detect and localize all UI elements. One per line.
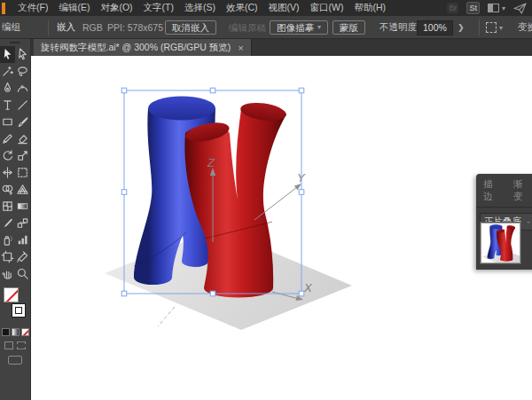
handle-bottom-left[interactable] xyxy=(121,291,127,296)
line-segment-tool[interactable] xyxy=(15,97,30,114)
eyedropper-tool[interactable] xyxy=(0,215,15,231)
perspective-grid-tool[interactable] xyxy=(15,181,30,198)
share-icon[interactable] xyxy=(513,3,527,14)
direct-selection-tool[interactable] xyxy=(15,46,30,63)
fill-none-swatch[interactable] xyxy=(4,287,19,302)
selection-type-label: 编组 xyxy=(2,16,20,39)
handle-mid-left[interactable] xyxy=(121,190,127,195)
x-axis-label: X xyxy=(303,281,313,294)
document-tab-title: 旋转阀数字模型.ai* @ 300% (RGB/GPU 预览) xyxy=(41,42,231,54)
illustrator-window: 文件(F) 编辑(E) 对象(O) 文字(T) 选择(S) 效果(C) 视图(V… xyxy=(0,0,532,400)
menu-view[interactable]: 视图(V) xyxy=(263,2,305,14)
canvas-svg: Z Y X xyxy=(31,56,532,400)
menu-edit[interactable]: 编辑(E) xyxy=(53,2,95,14)
separator xyxy=(48,20,49,35)
transparency-panel: 描边 渐变 正片叠底 xyxy=(476,174,532,270)
image-trace-button[interactable]: 图像描摹▾ xyxy=(270,20,328,35)
stroke-swatch[interactable] xyxy=(12,303,26,318)
neg-axis-dashed xyxy=(158,307,175,326)
menu-file[interactable]: 文件(F) xyxy=(12,2,53,14)
blend-tool[interactable] xyxy=(15,215,30,231)
paintbrush-tool[interactable] xyxy=(15,114,30,130)
type-tool[interactable] xyxy=(0,97,15,114)
chevron-down-icon xyxy=(527,220,530,224)
toolbar-grip[interactable] xyxy=(0,39,30,46)
hand-tool[interactable] xyxy=(0,265,15,282)
fill-stroke-indicator xyxy=(0,286,31,325)
menu-help[interactable]: 帮助(H) xyxy=(349,2,392,14)
chevron-down-icon[interactable]: ▾ xyxy=(499,24,503,32)
handle-bottom-right[interactable] xyxy=(299,291,304,296)
document-tab[interactable]: 旋转阀数字模型.ai* @ 300% (RGB/GPU 预览) × xyxy=(34,39,252,56)
opacity-label: 不透明度: xyxy=(379,16,419,39)
gradient-mode-button[interactable] xyxy=(12,328,20,336)
screen-mode-button[interactable] xyxy=(8,356,22,365)
tools-panel xyxy=(0,39,31,400)
document-canvas[interactable]: Z Y X xyxy=(31,56,532,400)
ppi-label: PPI: 578x675 xyxy=(107,16,163,39)
symbol-sprayer-tool[interactable] xyxy=(0,231,15,248)
magic-wand-tool[interactable] xyxy=(0,63,15,80)
column-graph-tool[interactable] xyxy=(15,231,30,248)
scale-tool[interactable] xyxy=(15,147,30,164)
slice-tool[interactable] xyxy=(15,248,30,265)
stock-icon[interactable]: St xyxy=(466,2,480,14)
menu-object[interactable]: 对象(O) xyxy=(95,2,137,14)
embedded-image-artwork[interactable] xyxy=(105,97,352,331)
rectangle-tool[interactable] xyxy=(0,114,15,130)
tab-gradient[interactable]: 渐变 xyxy=(513,178,531,203)
selection-tool[interactable] xyxy=(0,46,15,63)
transform-label[interactable]: 变换 xyxy=(518,16,532,39)
tab-strip: 旋转阀数字模型.ai* @ 300% (RGB/GPU 预览) × xyxy=(31,39,532,56)
draw-normal-icon[interactable] xyxy=(4,341,13,349)
lasso-tool[interactable] xyxy=(15,63,30,80)
mesh-tool[interactable] xyxy=(0,198,15,215)
color-mode-button[interactable] xyxy=(2,328,10,336)
color-mode-label: RGB xyxy=(82,16,103,39)
tab-stroke[interactable]: 描边 xyxy=(483,178,501,203)
zoom-tool[interactable] xyxy=(15,265,30,282)
z-axis-label: Z xyxy=(207,156,215,169)
menu-bar: 文件(F) 编辑(E) 对象(O) 文字(T) 选择(S) 效果(C) 视图(V… xyxy=(0,0,532,16)
menu-window[interactable]: 窗口(W) xyxy=(305,2,349,14)
rotate-tool[interactable] xyxy=(0,147,15,164)
embed-status-label: 嵌入 xyxy=(57,16,75,39)
align-options-icon[interactable] xyxy=(486,22,497,33)
control-bar: 编组 嵌入 RGB PPI: 578x675 取消嵌入 编辑原稿 图像描摹▾ 蒙… xyxy=(0,16,532,39)
handle-top-right[interactable] xyxy=(299,88,304,93)
app-logo-icon xyxy=(2,3,5,14)
menu-effect[interactable]: 效果(C) xyxy=(221,2,263,14)
close-tab-icon[interactable]: × xyxy=(238,43,243,53)
handle-top-left[interactable] xyxy=(121,88,127,93)
mask-button[interactable]: 蒙版 xyxy=(332,20,365,35)
free-transform-tool[interactable] xyxy=(15,164,30,181)
unembed-button[interactable]: 取消嵌入 xyxy=(165,20,216,35)
chevron-down-icon: ▾ xyxy=(502,4,505,12)
pencil-tool[interactable] xyxy=(0,130,15,147)
gradient-tool[interactable] xyxy=(15,198,30,215)
handle-mid-right[interactable] xyxy=(299,190,304,195)
handle-top-center[interactable] xyxy=(210,88,215,93)
menu-type[interactable]: 文字(T) xyxy=(138,2,179,14)
opacity-value-field[interactable]: 100% xyxy=(417,20,453,35)
blue-tube-opening xyxy=(148,97,215,121)
pen-tool[interactable] xyxy=(0,80,15,97)
opacity-expand-icon[interactable]: ❯ xyxy=(458,16,465,39)
menu-select[interactable]: 选择(S) xyxy=(179,2,221,14)
bridge-icon[interactable]: Br xyxy=(447,3,458,13)
object-thumbnail[interactable] xyxy=(481,223,520,263)
separator xyxy=(479,20,480,35)
chevron-down-icon[interactable]: ▾ xyxy=(317,22,321,33)
none-mode-button[interactable] xyxy=(21,328,29,336)
edit-original-button: 编辑原稿 xyxy=(222,20,273,35)
eraser-tool[interactable] xyxy=(15,130,30,147)
width-tool[interactable] xyxy=(0,164,15,181)
draw-behind-icon[interactable] xyxy=(17,341,26,349)
curvature-tool[interactable] xyxy=(15,80,30,97)
workspace-switcher-icon[interactable] xyxy=(488,4,499,12)
artboard-tool[interactable] xyxy=(0,248,15,265)
handle-bottom-center[interactable] xyxy=(210,291,215,296)
shape-builder-tool[interactable] xyxy=(0,181,15,198)
